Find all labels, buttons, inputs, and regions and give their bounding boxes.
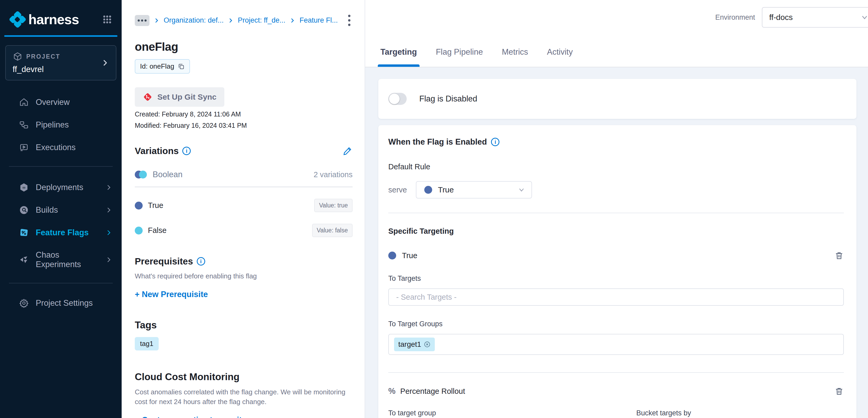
harness-logo-text: harness (28, 11, 79, 27)
project-card-label: PROJECT (26, 53, 60, 60)
sidebar-item-label: Overview (36, 97, 70, 107)
variation-name: True (148, 201, 163, 210)
sidebar-item-label: Chaos Experiments (36, 250, 98, 269)
sidebar-item-pipelines[interactable]: Pipelines (0, 114, 122, 136)
edit-variations-pencil-icon[interactable] (343, 146, 352, 156)
sidebar-item-overview[interactable]: Overview (0, 91, 122, 114)
targeting-rules-card: When the Flag is Enabled i Default Rule … (378, 125, 857, 418)
setup-git-sync-button[interactable]: Set Up Git Sync (135, 87, 224, 107)
specific-variation-name: True (402, 251, 417, 260)
harness-logo[interactable]: harness (9, 11, 79, 28)
sidebar-item-chaos-experiments[interactable]: Chaos Experiments (0, 244, 122, 275)
percent-icon: % (388, 386, 396, 396)
variation-true-dot (135, 202, 143, 210)
chevron-right-icon (228, 18, 234, 23)
delete-rollout-trash-icon[interactable] (834, 386, 844, 396)
info-icon[interactable]: i (197, 257, 205, 266)
app-grid-icon[interactable] (102, 14, 112, 25)
sidebar-item-project-settings[interactable]: Project Settings (0, 292, 122, 315)
project-selector[interactable]: PROJECT ff_devrel (5, 45, 116, 81)
chevron-down-icon (861, 13, 868, 21)
variations-section-header: Variations i (135, 146, 352, 156)
breadcrumb-feature-flags-link[interactable]: Feature Fl... (300, 16, 338, 25)
sidebar-item-label: Deployments (36, 183, 83, 192)
target-group-chip-label: target1 (398, 340, 421, 349)
percentage-rollout-heading: Percentage Rollout (400, 387, 465, 396)
cost-perspective-button[interactable]: + Cost perspective to monitor (135, 415, 250, 418)
variation-dot (424, 186, 432, 194)
search-targets-input[interactable] (388, 289, 844, 306)
sidebar-item-executions[interactable]: Executions (0, 136, 122, 159)
variation-false-dot (135, 227, 143, 235)
setup-git-sync-label: Set Up Git Sync (157, 93, 216, 101)
sidebar-item-label: Feature Flags (36, 228, 89, 237)
variation-count: 2 variations (314, 170, 352, 179)
delete-targeting-trash-icon[interactable] (834, 251, 844, 260)
flag-toggle-label: Flag is Disabled (419, 94, 477, 103)
sidebar-item-builds[interactable]: Builds (0, 199, 122, 221)
pipelines-icon (19, 120, 29, 130)
breadcrumb-organization-link[interactable]: Organization: def... (164, 16, 223, 25)
sidebar-item-feature-flags[interactable]: Feature Flags (0, 221, 122, 244)
targeting-content: Flag is Disabled When the Flag is Enable… (365, 67, 868, 418)
flag-id-badge[interactable]: Id: oneFlag (135, 59, 190, 73)
flag-tabs: Targeting Flag Pipeline Metrics Activity (365, 35, 868, 67)
flag-state-card: Flag is Disabled (378, 79, 857, 119)
cloud-cost-heading: Cloud Cost Monitoring (135, 371, 352, 383)
home-icon (19, 97, 29, 107)
tab-activity[interactable]: Activity (547, 47, 573, 67)
harness-logo-icon (9, 11, 26, 28)
to-target-group-label: To target group (388, 409, 617, 417)
tab-flag-pipeline[interactable]: Flag Pipeline (436, 47, 483, 67)
prerequisites-section-header: Prerequisites i (135, 256, 352, 267)
tag-chip[interactable]: tag1 (135, 337, 159, 351)
sidebar-header: harness (0, 0, 122, 28)
sidebar-item-label: Pipelines (36, 120, 69, 129)
specific-targeting-variation-row: True (388, 251, 844, 260)
rollout-config-row: To target group target2 Bucket targets b… (388, 409, 844, 418)
specific-targeting-heading: Specific Targeting (388, 227, 844, 236)
flag-title: oneFlag (135, 40, 352, 53)
git-icon (143, 92, 153, 102)
breadcrumb: Organization: def... Project: ff_de... F… (135, 12, 352, 28)
flag-enabled-toggle[interactable] (388, 93, 407, 105)
tab-metrics[interactable]: Metrics (502, 47, 528, 67)
gear-icon (19, 298, 29, 308)
copy-icon[interactable] (178, 63, 185, 70)
prerequisites-heading: Prerequisites (135, 256, 193, 267)
variation-type-row: Boolean 2 variations (135, 170, 352, 179)
target-group-chip[interactable]: target1 (394, 337, 435, 351)
chevron-right-icon (289, 18, 295, 23)
info-icon[interactable]: i (182, 147, 191, 155)
environment-select[interactable]: ff-docs (762, 7, 868, 28)
tags-heading: Tags (135, 320, 352, 331)
target-groups-input[interactable]: target1 (388, 334, 844, 355)
breadcrumb-project-link[interactable]: Project: ff_de... (238, 16, 285, 25)
remove-chip-icon[interactable] (424, 341, 431, 348)
divider (135, 187, 352, 187)
chevron-right-icon (154, 18, 159, 23)
flag-detail-panel: Organization: def... Project: ff_de... F… (122, 0, 365, 418)
chaos-experiments-icon (19, 255, 29, 265)
environment-label: Environment (715, 13, 755, 22)
when-enabled-header: When the Flag is Enabled i (388, 137, 844, 147)
project-chevron-right-icon (101, 59, 109, 67)
new-prerequisite-button[interactable]: + New Prerequisite (135, 290, 208, 299)
bucket-targets-by-label: Bucket targets by (636, 409, 844, 417)
chevron-right-icon (105, 229, 112, 236)
sidebar-nav-bottom: Project Settings (0, 292, 122, 315)
default-rule-label: Default Rule (388, 162, 844, 171)
flag-options-kebab-icon[interactable] (346, 12, 352, 28)
sidebar-accent-rule (4, 35, 118, 37)
sidebar-nav-top: Overview Pipelines Executions (0, 91, 122, 159)
sidebar-item-label: Project Settings (36, 298, 93, 308)
builds-icon (19, 205, 29, 215)
percentage-rollout-header: % Percentage Rollout (388, 386, 844, 396)
variations-heading: Variations (135, 146, 179, 156)
tab-targeting[interactable]: Targeting (380, 47, 417, 67)
default-rule-serve-row: serve True (388, 181, 844, 199)
breadcrumb-ellipsis-button[interactable] (135, 15, 150, 26)
info-icon[interactable]: i (491, 138, 499, 146)
default-rule-variation-select[interactable]: True (416, 181, 532, 199)
sidebar-item-deployments[interactable]: ∞ Deployments (0, 176, 122, 199)
